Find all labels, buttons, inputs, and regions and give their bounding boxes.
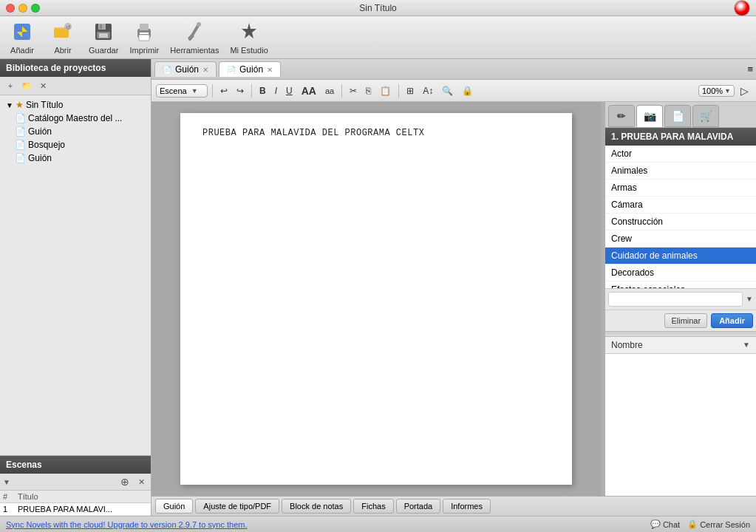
expand-button[interactable]: ▷ [738,83,752,98]
tree-script-2[interactable]: 📄 Guión [0,151,151,165]
search-button[interactable]: 🔍 [439,84,456,98]
copy-button[interactable]: ⎘ [363,84,374,98]
tools-button[interactable]: Herramientas [170,20,219,55]
format-bar: Escena ▼ ↩ ↪ B I U AA aa ✂ ⎘ 📋 ⊞ A↕ 🔍 🔒 … [151,80,756,102]
format-btn-1[interactable]: ⊞ [403,84,417,98]
tab-close-0[interactable]: ✕ [202,66,208,74]
bottom-tab-3[interactable]: Fichas [353,499,393,514]
rp-nombre-dropdown[interactable]: ▼ [743,341,750,349]
rp-dropdown-arrow[interactable]: ▼ [746,295,753,303]
tree-project-root[interactable]: ▼ ★ Sin Título [0,98,151,112]
tab-1[interactable]: 📄 Guión ✕ [219,61,281,77]
script-canvas[interactable]: PRUEBA PARA MALAVIDA DEL PROGRAMA CELTX [151,102,601,496]
chat-button[interactable]: 💬 Chat [650,519,680,529]
scenes-section: Escenas ▼ ⊕ ✕ # Título 1 PRUEBA PARA MAL… [0,455,151,516]
rp-item-5[interactable]: Crew [605,231,756,248]
svg-rect-13 [140,33,149,34]
sync-text[interactable]: Sync Novels with the cloud! Upgrade to v… [6,520,248,529]
close-button[interactable] [6,4,15,13]
rp-item-7[interactable]: Decorados [605,265,756,282]
zoom-control[interactable]: 100% ▼ [698,85,735,97]
divider-2 [251,84,252,98]
session-button[interactable]: 🔒 Cerrar Sesión [687,519,750,529]
rp-new-item-input[interactable] [608,292,743,307]
library-toolbar: + 📁 ✕ [0,77,151,95]
maximize-button[interactable] [31,4,40,13]
redo-button[interactable]: ↪ [234,84,247,98]
save-button[interactable]: Guardar [89,20,118,55]
tree-script-1[interactable]: 📄 Guión [0,125,151,138]
bottom-tab-2[interactable]: Block de notas [282,499,351,514]
scenes-toolbar: ▼ ⊕ ✕ [0,474,151,491]
tabs-menu-button[interactable]: ≡ [747,64,753,75]
remove-button[interactable]: ✕ [36,79,50,92]
minimize-button[interactable] [18,4,27,13]
rp-item-1[interactable]: Animales [605,163,756,180]
rp-tab-doc[interactable]: 📄 [664,105,691,127]
help-icon[interactable] [734,0,750,16]
style-select[interactable]: Escena ▼ [156,84,208,98]
window-title: Sin Título [359,3,396,13]
add-label: Añadir [10,46,34,55]
save-label: Guardar [89,46,118,55]
svg-rect-11 [99,33,108,38]
svg-point-17 [197,22,201,27]
left-sidebar: Biblioteca de proyectos + 📁 ✕ ▼ ★ Sin Tí… [0,59,151,516]
tab-0[interactable]: 📄 Guión ✕ [154,61,217,77]
rp-item-3[interactable]: Cámara [605,197,756,214]
open-button[interactable]: ↺ Abrir [48,20,78,55]
rp-item-0[interactable]: Actor [605,146,756,163]
rp-add-button[interactable]: Añadir [711,313,753,328]
tab-close-1[interactable]: ✕ [267,66,273,74]
bottom-tab-4[interactable]: Portada [396,499,441,514]
print-button[interactable]: Imprimir [129,20,159,55]
scenes-remove-button[interactable]: ✕ [134,475,148,488]
statusbar: Sync Novels with the cloud! Upgrade to v… [0,516,756,532]
lock-button[interactable]: 🔒 [459,84,476,98]
tree-catalog[interactable]: 📄 Catálogo Maestro del ... [0,112,151,125]
undo-button[interactable]: ↩ [217,84,231,98]
cut-button[interactable]: ✂ [347,84,360,98]
main-layout: Biblioteca de proyectos + 📁 ✕ ▼ ★ Sin Tí… [0,59,756,516]
rp-nombre-label: Nombre [611,340,643,350]
italic-button[interactable]: I [272,84,280,98]
rp-tab-pen[interactable]: ✏ [608,105,635,127]
rp-item-8[interactable]: Efectos especiales [605,282,756,288]
session-icon: 🔒 [687,519,698,529]
studio-label: Mi Estudio [230,46,268,55]
chat-icon: 💬 [650,519,661,529]
rp-item-6[interactable]: Cuidador de animales [605,248,756,265]
divider-1 [212,84,213,98]
add-button[interactable]: Añadir [7,20,37,55]
rp-tab-camera[interactable]: 📷 [636,105,663,127]
bottom-tab-1[interactable]: Ajuste de tipo/PDF [195,499,279,514]
rp-delete-button[interactable]: Eliminar [664,313,707,328]
svg-rect-15 [139,35,149,41]
paste-button[interactable]: 📋 [377,84,394,98]
divider-3 [341,84,342,98]
titlebar: Sin Título [0,0,756,16]
scenes-header: Escenas [0,456,151,474]
underline-button[interactable]: U [283,84,296,98]
bottom-tab-0[interactable]: Guión [155,499,193,514]
rp-tab-cart[interactable]: 🛒 [692,105,719,127]
scene-row[interactable]: 1 PRUEBA PARA MALAVI... [0,503,151,516]
add-project-button[interactable]: + [4,79,17,92]
scenes-table-header: # Título [0,491,151,503]
bold-button[interactable]: B [256,84,269,98]
svg-rect-9 [100,24,102,29]
svg-rect-14 [140,24,149,30]
rp-item-4[interactable]: Construcción [605,214,756,231]
format-btn-2[interactable]: A↕ [420,84,436,98]
statusbar-right: 💬 Chat 🔒 Cerrar Sesión [650,519,750,529]
rp-item-2[interactable]: Armas [605,180,756,197]
bottom-tab-5[interactable]: Informes [443,499,491,514]
studio-button[interactable]: Mi Estudio [230,20,268,55]
font-large-button[interactable]: AA [299,83,319,98]
tools-label: Herramientas [170,46,219,55]
scenes-add-button[interactable]: ⊕ [118,475,132,488]
traffic-lights [6,4,40,13]
folder-button[interactable]: 📁 [20,79,33,92]
tree-outline[interactable]: 📄 Bosquejo [0,138,151,151]
font-small-button[interactable]: aa [322,85,337,97]
